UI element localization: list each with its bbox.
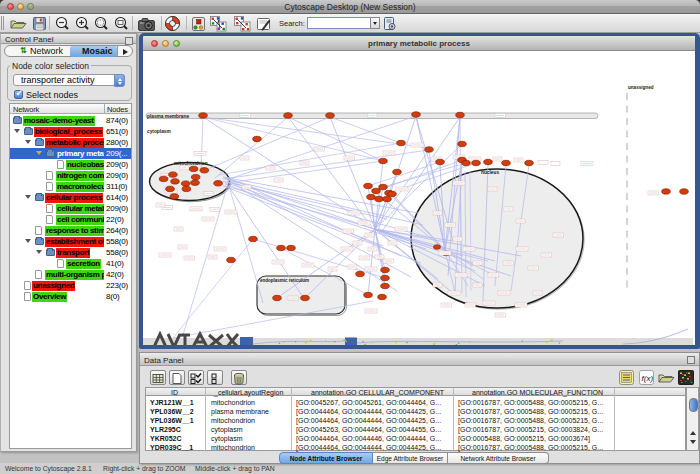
svg-text:f(x): f(x) [642,374,654,383]
svg-text:endoplasmic reticulum: endoplasmic reticulum [260,278,309,283]
svg-text:mitochondrion: mitochondrion [174,161,208,166]
svg-text:unassigned: unassigned [628,85,654,90]
svg-text:nucleus: nucleus [481,170,499,175]
svg-text:cytoplasm: cytoplasm [147,129,171,134]
svg-text:plasma membrane: plasma membrane [147,114,189,119]
